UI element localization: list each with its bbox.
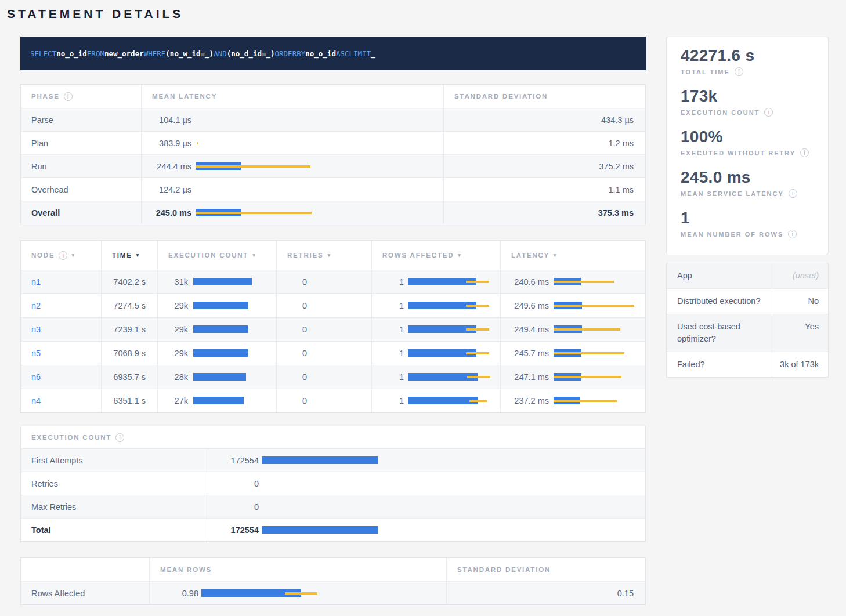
node-link[interactable]: n4	[31, 396, 41, 405]
retries-column-header[interactable]: RETRIES	[276, 241, 371, 270]
stat-label: TOTAL TIME	[681, 68, 730, 75]
std-dev-value: 375.2 ms	[443, 155, 645, 177]
node-link[interactable]: n5	[31, 349, 41, 358]
stat-execution-count: 173k EXECUTION COUNT	[681, 87, 814, 117]
info-icon[interactable]	[788, 230, 797, 238]
sort-icon[interactable]	[71, 252, 74, 258]
node-link[interactable]: n6	[31, 372, 41, 382]
rows-affected-column-header[interactable]: ROWS AFFECTED	[371, 241, 500, 270]
count-bar	[262, 456, 645, 465]
sql-identifier: new_order	[104, 49, 144, 58]
retries-value: 0	[277, 277, 307, 287]
mean-latency-value: 124.2 µs	[142, 185, 191, 194]
count-value: 172554	[208, 456, 259, 465]
sql-keyword: LIMIT	[349, 49, 371, 58]
sql-identifier: _)	[205, 49, 214, 58]
sql-identifier: (no_w_id	[165, 49, 200, 58]
execution-count-table: EXECUTION COUNT First Attempts 172554 Re…	[20, 426, 646, 542]
execution-count-bar	[193, 397, 276, 405]
stat-value: 1	[681, 209, 814, 227]
phase-label: Overall	[21, 201, 141, 224]
table-row: Overall 245.0 ms 375.3 ms	[21, 201, 645, 224]
phase-label: Overhead	[21, 178, 141, 201]
info-icon[interactable]	[764, 108, 773, 117]
table-row: Rows Affected 0.98 0.15	[21, 581, 645, 604]
latency-bar	[554, 278, 645, 286]
execution-count-bar	[193, 349, 276, 357]
sql-identifier: _	[371, 49, 375, 58]
sort-icon[interactable]	[252, 252, 255, 258]
std-dev-value: 1.2 ms	[443, 132, 645, 154]
latency-column-header[interactable]: LATENCY	[500, 241, 645, 270]
execution-count-bar	[193, 373, 276, 381]
count-value: 0	[208, 502, 259, 512]
info-icon[interactable]	[115, 433, 124, 442]
latency-bar	[196, 116, 443, 124]
info-icon[interactable]	[800, 148, 809, 157]
sql-identifier: no_o_id	[56, 49, 87, 58]
execution-count-column-header[interactable]: EXECUTION COUNT	[157, 241, 276, 270]
time-column-header[interactable]: TIME	[101, 241, 157, 270]
sort-icon[interactable]	[458, 252, 461, 258]
node-link[interactable]: n1	[31, 277, 41, 287]
execution-count-bar	[193, 302, 276, 310]
sql-keyword: ORDER	[275, 49, 297, 58]
latency-bar	[196, 186, 443, 194]
mean-rows-bar	[201, 589, 446, 597]
info-icon[interactable]	[735, 67, 743, 76]
table-row: Parse 104.1 µs 434.3 µs	[21, 108, 645, 131]
sql-keyword: WHERE	[144, 49, 166, 58]
retries-value: 0	[277, 301, 307, 310]
sql-keyword: SELECT	[30, 49, 56, 58]
mean-latency-value: 244.4 ms	[142, 162, 191, 171]
execution-count-table-header: EXECUTION COUNT	[21, 426, 645, 448]
attribute-value: Yes	[772, 314, 828, 352]
info-icon[interactable]	[64, 92, 73, 101]
attribute-label: Failed?	[667, 352, 772, 377]
table-row: Overhead 124.2 µs 1.1 ms	[21, 177, 645, 201]
table-row: n2 7274.5 s 29k 0 1 249.6 ms	[21, 293, 645, 317]
page-title: STATEMENT DETAILS	[0, 0, 846, 21]
node-link[interactable]: n3	[31, 325, 41, 334]
sql-identifier: _)	[266, 49, 274, 58]
info-icon[interactable]	[59, 251, 67, 260]
row-label: Rows Affected	[21, 582, 149, 604]
mean-latency-column-header: MEAN LATENCY	[141, 85, 443, 108]
std-dev-column-header: STANDARD DEVIATION	[446, 558, 645, 581]
std-dev-value: 0.15	[446, 582, 645, 604]
sql-identifier: =	[201, 49, 205, 58]
latency-value: 249.6 ms	[501, 301, 549, 310]
sort-icon[interactable]	[327, 252, 330, 258]
sql-statement: SELECT no_o_id FROM new_order WHERE (no_…	[20, 37, 646, 70]
table-row: n5 7068.9 s 29k 0 1 245.7 ms	[21, 341, 645, 365]
std-dev-value: 434.3 µs	[443, 108, 645, 131]
sort-icon[interactable]	[136, 252, 139, 258]
time-value: 7402.2 s	[101, 270, 157, 293]
sql-identifier: (no_d_id	[227, 49, 262, 58]
stat-label: MEAN SERVICE LATENCY	[681, 190, 784, 197]
stat-label: EXECUTION COUNT	[681, 109, 760, 116]
mean-latency-value: 383.9 µs	[142, 139, 191, 148]
statement-attributes-panel: App (unset) Distributed execution? No Us…	[666, 263, 829, 378]
execution-count-bar	[193, 325, 276, 334]
stat-value: 245.0 ms	[681, 168, 814, 187]
rows-affected-bar	[408, 325, 500, 334]
mean-rows-value: 0.98	[150, 589, 198, 598]
sql-keyword: ASC	[336, 49, 349, 58]
node-column-header[interactable]: NODE	[21, 241, 101, 270]
attribute-row: App (unset)	[667, 263, 828, 288]
mean-rows-column-header: MEAN ROWS	[149, 558, 446, 581]
sort-icon[interactable]	[554, 252, 556, 258]
std-dev-value: 1.1 ms	[443, 178, 645, 201]
time-value: 6935.7 s	[101, 365, 157, 389]
stat-label: MEAN NUMBER OF ROWS	[681, 231, 783, 238]
std-dev-column-header: STANDARD DEVIATION	[443, 85, 645, 108]
row-label: First Attempts	[21, 449, 208, 472]
std-dev-value: 375.3 ms	[443, 201, 645, 224]
info-icon[interactable]	[789, 189, 797, 198]
time-value: 7239.1 s	[101, 318, 157, 341]
statement-details-page: STATEMENT DETAILS SELECT no_o_id FROM ne…	[0, 0, 846, 616]
retries-value: 0	[277, 396, 307, 405]
node-link[interactable]: n2	[31, 301, 41, 310]
latency-value: 245.7 ms	[501, 349, 549, 358]
